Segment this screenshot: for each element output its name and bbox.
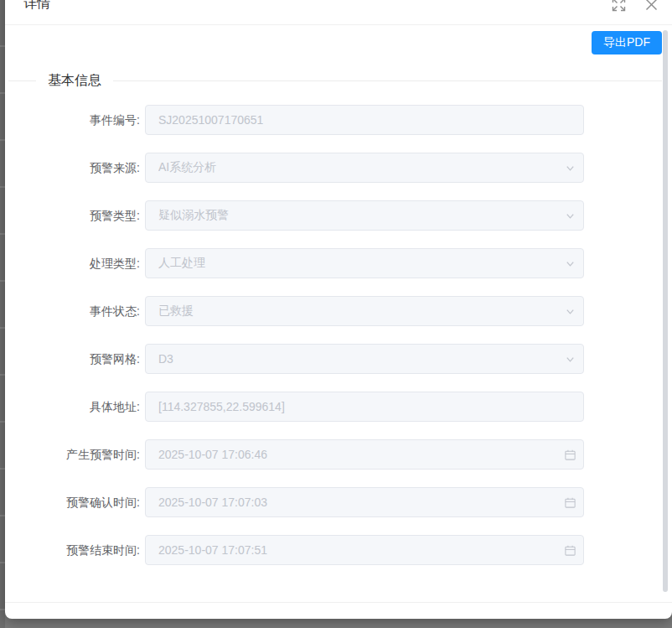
form-row: 预警确认时间: [8,487,662,517]
field-input [145,296,584,326]
field-label: 具体地址: [8,392,140,422]
field-control [145,439,584,470]
close-icon[interactable] [644,0,659,12]
form-row: 处理类型: [8,248,662,278]
form-row: 产生预警时间: [8,439,662,470]
field-label: 事件编号: [8,105,140,135]
field-input [145,248,584,278]
chevron-down-icon [563,153,576,183]
modal-title: 详情 [23,0,50,13]
form-row: 事件编号: [8,105,662,135]
field-control [145,344,584,374]
field-input [145,487,584,517]
toolbar: 导出PDF [8,25,662,54]
field-label: 事件状态: [8,296,140,326]
field-label: 预警确认时间: [8,487,140,517]
field-label: 预警网格: [8,344,140,374]
calendar-icon [563,439,576,470]
field-control [145,200,584,231]
field-control [145,105,584,135]
fullscreen-icon[interactable] [612,0,626,12]
field-label: 预警结束时间: [8,535,140,565]
field-input [145,344,584,374]
chevron-down-icon [563,296,576,326]
field-control [145,296,584,326]
section-title: 基本信息 [36,72,113,90]
field-label: 处理类型: [8,248,140,278]
modal-footer [5,602,672,619]
field-input [145,105,584,135]
basic-info-form: 事件编号: 预警来源: [8,105,662,565]
field-control [145,392,584,422]
calendar-icon [563,535,576,565]
header-icons [612,0,659,25]
field-input [145,200,584,231]
chevron-down-icon [563,200,576,231]
field-control [145,535,584,565]
divider-line [8,80,36,81]
chevron-down-icon [563,248,576,278]
divider-line [113,80,662,81]
calendar-icon [563,487,576,517]
chevron-down-icon [563,344,576,374]
field-label: 预警来源: [8,153,140,183]
form-row: 预警类型: [8,200,662,231]
field-input [145,392,584,422]
form-row: 预警结束时间: [8,535,662,565]
field-input [145,535,584,565]
field-input [145,153,584,183]
field-label: 产生预警时间: [8,439,140,470]
field-label: 预警类型: [8,200,140,231]
form-row: 预警网格: [8,344,662,374]
form-row: 事件状态: [8,296,662,326]
section-divider: 基本信息 [8,71,662,90]
detail-modal: 详情 导出PDF 基本信息 事件编号: [5,0,672,619]
field-control [145,487,584,517]
modal-header: 详情 [5,0,672,25]
field-control [145,153,584,183]
field-control [145,248,584,278]
form-row: 具体地址: [8,392,662,422]
export-pdf-button[interactable]: 导出PDF [592,31,662,54]
scrollbar-thumb[interactable] [663,30,668,592]
form-row: 预警来源: [8,153,662,183]
modal-body: 导出PDF 基本信息 事件编号: [5,25,672,602]
field-input [145,439,584,470]
